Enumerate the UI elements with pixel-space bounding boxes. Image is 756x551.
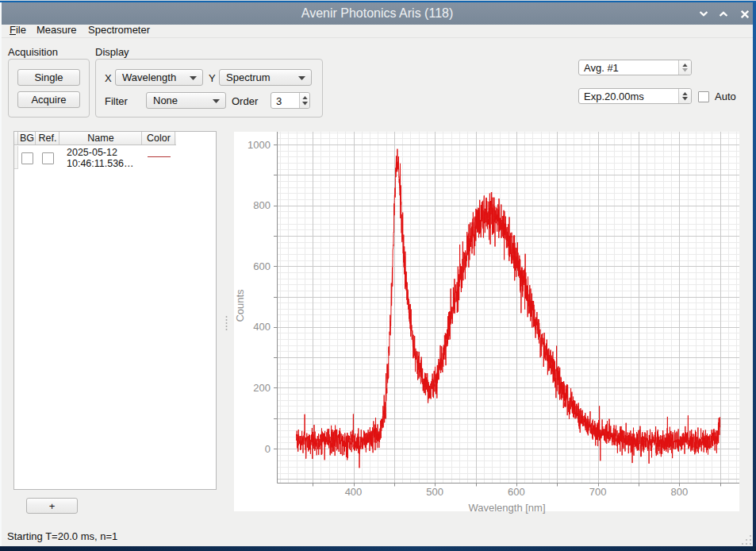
svg-text:400: 400 [345,486,363,498]
svg-text:Counts: Counts [234,289,246,322]
svg-text:Wavelength [nm]: Wavelength [nm] [468,502,545,514]
svg-text:600: 600 [508,486,525,498]
svg-text:800: 800 [253,199,271,211]
svg-text:700: 700 [589,486,607,498]
svg-text:1000: 1000 [248,139,271,151]
svg-text:0: 0 [265,443,271,455]
svg-text:400: 400 [253,321,271,333]
svg-text:500: 500 [426,486,443,498]
svg-text:800: 800 [670,486,688,498]
svg-text:600: 600 [253,260,271,272]
svg-text:200: 200 [253,382,271,394]
